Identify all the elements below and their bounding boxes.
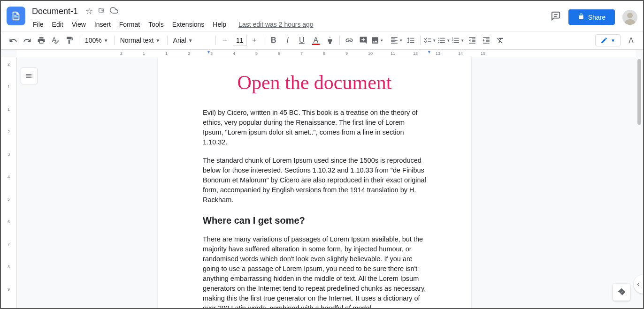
ruler-tick: 2 bbox=[188, 51, 190, 56]
font-size-group: − + bbox=[219, 34, 261, 47]
ruler-tick: 2 bbox=[120, 51, 123, 56]
menu-insert[interactable]: Insert bbox=[91, 19, 115, 30]
redo-button[interactable] bbox=[21, 34, 34, 47]
lock-icon bbox=[578, 13, 584, 21]
star-icon[interactable]: ☆ bbox=[85, 6, 93, 16]
ruler-tick: 9 bbox=[8, 287, 10, 292]
numbered-list-button[interactable]: ▼ bbox=[452, 34, 465, 47]
print-button[interactable] bbox=[35, 34, 48, 47]
paragraph-1[interactable]: Evil) by Cicero, written in 45 BC. This … bbox=[203, 108, 426, 147]
italic-button[interactable]: I bbox=[281, 34, 294, 47]
ruler-tick: 1 bbox=[8, 84, 10, 89]
ruler-tick: 2 bbox=[8, 129, 10, 134]
indent-decrease-button[interactable] bbox=[466, 34, 479, 47]
toolbar: 100%▼ Normal text▼ Arial▼ − + B I U A ▼ … bbox=[1, 31, 643, 50]
editing-mode-button[interactable]: ▼ bbox=[595, 34, 621, 46]
align-button[interactable]: ▼ bbox=[390, 34, 403, 47]
vertical-ruler[interactable]: 2112345678910 bbox=[1, 57, 17, 308]
ruler-tick: 5 bbox=[8, 197, 10, 202]
insert-link-button[interactable] bbox=[343, 34, 356, 47]
insert-image-button[interactable]: ▼ bbox=[371, 34, 384, 47]
line-spacing-button[interactable] bbox=[404, 34, 417, 47]
ruler-tick: 15 bbox=[481, 51, 485, 56]
separator bbox=[114, 36, 115, 45]
menu-format[interactable]: Format bbox=[115, 19, 144, 30]
collapse-toolbar-button[interactable]: ᐱ bbox=[624, 34, 637, 47]
last-edit-link[interactable]: Last edit was 2 hours ago bbox=[238, 21, 314, 28]
move-icon[interactable] bbox=[98, 7, 105, 16]
highlight-button[interactable] bbox=[323, 34, 337, 47]
explore-button[interactable] bbox=[613, 284, 630, 301]
separator bbox=[79, 36, 79, 45]
comments-icon[interactable] bbox=[551, 11, 561, 24]
bold-button[interactable]: B bbox=[267, 34, 280, 47]
undo-button[interactable] bbox=[7, 34, 20, 47]
ruler-tick: 7 bbox=[300, 51, 303, 56]
text-color-button[interactable]: A bbox=[309, 34, 322, 47]
separator bbox=[215, 36, 216, 45]
title-row: Document-1 ☆ bbox=[29, 5, 551, 18]
heading-2[interactable]: Where can I get some? bbox=[203, 215, 426, 226]
ruler-tick: 6 bbox=[278, 51, 280, 56]
ruler-tick: 7 bbox=[8, 242, 10, 247]
spellcheck-button[interactable] bbox=[49, 34, 62, 47]
font-size-decrease[interactable]: − bbox=[219, 34, 232, 47]
ruler-tick: 5 bbox=[255, 51, 258, 56]
docs-app-icon[interactable] bbox=[7, 7, 25, 25]
font-dropdown[interactable]: Arial▼ bbox=[170, 34, 213, 47]
paragraph-3[interactable]: There are many variations of passages of… bbox=[203, 234, 426, 308]
document-page[interactable]: Open the document Evil) by Cicero, writt… bbox=[158, 57, 471, 308]
ruler-tick: 1 bbox=[165, 51, 168, 56]
ruler-tick: 6 bbox=[8, 219, 10, 224]
checklist-button[interactable]: ▼ bbox=[423, 34, 437, 47]
ruler-tick: 11 bbox=[391, 51, 395, 56]
menu-help[interactable]: Help bbox=[209, 19, 230, 30]
ruler-tick: 10 bbox=[368, 51, 373, 56]
ruler-tick: 8 bbox=[323, 51, 325, 56]
right-indent-marker[interactable] bbox=[427, 50, 431, 54]
font-size-input[interactable] bbox=[233, 35, 247, 46]
ruler-tick: 3 bbox=[8, 152, 10, 157]
workspace: 21123456789101112131415 2112345678910 Op… bbox=[1, 50, 643, 308]
outline-toggle-icon[interactable] bbox=[21, 68, 38, 84]
menu-bar: File Edit View Insert Format Tools Exten… bbox=[29, 18, 551, 31]
document-title[interactable]: Document-1 bbox=[29, 6, 81, 17]
style-dropdown[interactable]: Normal text▼ bbox=[117, 34, 164, 47]
user-avatar[interactable] bbox=[622, 10, 637, 25]
title-area: Document-1 ☆ File Edit View Insert Forma… bbox=[29, 5, 551, 31]
add-comment-button[interactable] bbox=[357, 34, 370, 47]
horizontal-ruler[interactable]: 21123456789101112131415 bbox=[17, 50, 636, 57]
menu-edit[interactable]: Edit bbox=[48, 19, 67, 30]
separator bbox=[339, 36, 340, 45]
vertical-scrollbar[interactable] bbox=[636, 57, 642, 301]
share-button[interactable]: Share bbox=[568, 9, 615, 25]
zoom-dropdown[interactable]: 100%▼ bbox=[82, 34, 111, 47]
separator bbox=[387, 36, 387, 45]
ruler-tick: 1 bbox=[8, 107, 10, 112]
ruler-tick: 1 bbox=[143, 51, 145, 56]
separator bbox=[167, 36, 168, 45]
svg-point-2 bbox=[627, 13, 633, 18]
underline-button[interactable]: U bbox=[295, 34, 308, 47]
ruler-tick: 12 bbox=[413, 51, 418, 56]
font-size-increase[interactable]: + bbox=[248, 34, 261, 47]
ruler-tick: 13 bbox=[436, 51, 440, 56]
clear-format-button[interactable] bbox=[494, 34, 507, 47]
separator bbox=[264, 36, 264, 45]
side-panel-handle[interactable]: ‹ bbox=[634, 275, 643, 294]
bullet-list-button[interactable]: ▼ bbox=[437, 34, 451, 47]
title-bar: Document-1 ☆ File Edit View Insert Forma… bbox=[1, 1, 643, 31]
ruler-tick: 14 bbox=[458, 51, 463, 56]
menu-file[interactable]: File bbox=[29, 19, 47, 30]
scroll-thumb[interactable] bbox=[637, 59, 641, 125]
indent-increase-button[interactable] bbox=[480, 34, 493, 47]
paint-format-button[interactable] bbox=[63, 34, 76, 47]
cloud-status-icon[interactable] bbox=[110, 6, 118, 17]
toolbar-right: ▼ ᐱ bbox=[595, 34, 637, 47]
document-heading[interactable]: Open the document bbox=[203, 71, 426, 94]
menu-tools[interactable]: Tools bbox=[145, 19, 168, 30]
menu-extensions[interactable]: Extensions bbox=[169, 19, 208, 30]
menu-view[interactable]: View bbox=[68, 19, 90, 30]
paragraph-2[interactable]: The standard chunk of Lorem Ipsum used s… bbox=[203, 156, 426, 205]
ruler-tick: 9 bbox=[345, 51, 348, 56]
